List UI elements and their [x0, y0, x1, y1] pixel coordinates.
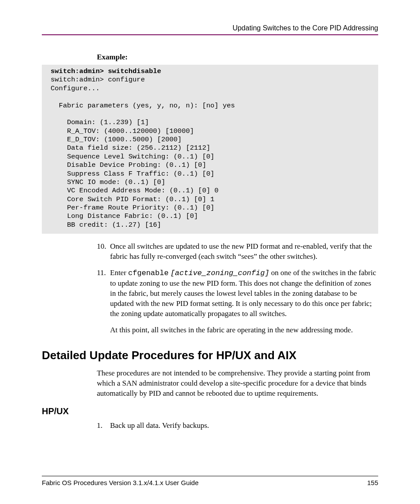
- step-number: 11.: [97, 268, 110, 319]
- inline-code-arg: [active_zoning_config]: [170, 269, 269, 277]
- subheading-hpux: HP/UX: [42, 406, 378, 416]
- code-body: switch:admin> configure Configure... Fab…: [51, 76, 235, 228]
- step-number: 10.: [97, 242, 110, 262]
- header-chapter-title: Updating Switches to the Core PID Addres…: [42, 24, 378, 32]
- hpux-steps: 1. Back up all data. Verify backups.: [97, 421, 378, 431]
- example-label: Example:: [97, 53, 378, 62]
- code-bold-line: switch:admin> switchdisable: [51, 67, 161, 75]
- step-number: 1.: [97, 421, 110, 431]
- step-11-followup: At this point, all switches in the fabri…: [110, 325, 378, 335]
- ordered-steps: 10. Once all switches are updated to use…: [97, 242, 378, 335]
- footer-rule: [42, 476, 378, 476]
- step-text: Enter cfgenable [active_zoning_config] o…: [110, 268, 378, 319]
- step-text: Back up all data. Verify backups.: [110, 421, 378, 431]
- step-10: 10. Once all switches are updated to use…: [97, 242, 378, 262]
- section-intro-paragraph: These procedures are not intended to be …: [97, 368, 378, 399]
- code-example-block: switch:admin> switchdisable switch:admin…: [42, 65, 378, 234]
- footer-guide-title: Fabric OS Procedures Version 3.1.x/4.1.x…: [42, 479, 199, 486]
- step-lead: Enter: [110, 269, 128, 277]
- page-footer: Fabric OS Procedures Version 3.1.x/4.1.x…: [42, 476, 378, 486]
- footer-page-number: 155: [367, 479, 378, 486]
- header-rule: [42, 34, 378, 35]
- step-text: Once all switches are updated to use the…: [110, 242, 378, 262]
- inline-code-cfgenable: cfgenable: [128, 269, 169, 277]
- hpux-step-1: 1. Back up all data. Verify backups.: [97, 421, 378, 431]
- step-11: 11. Enter cfgenable [active_zoning_confi…: [97, 268, 378, 319]
- section-heading-detailed-update: Detailed Update Procedures for HP/UX and…: [42, 349, 378, 362]
